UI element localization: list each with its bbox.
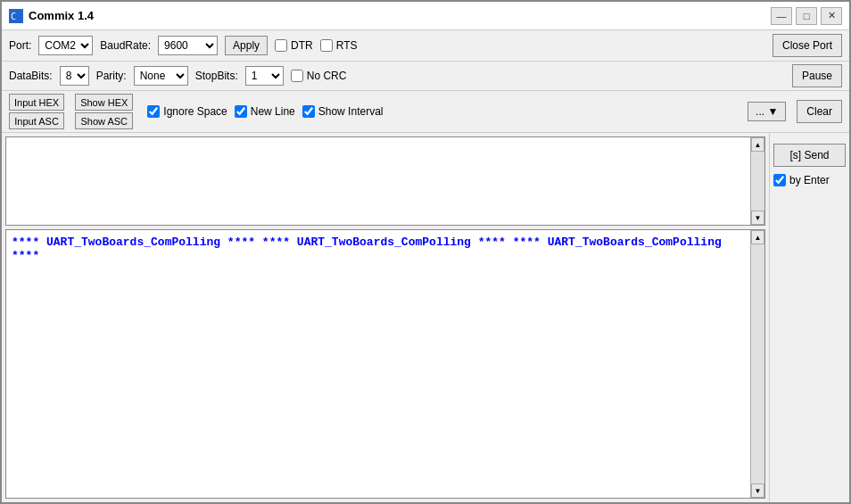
by-enter-label: by Enter: [789, 174, 830, 186]
input-area-container: ▲ ▼: [5, 136, 765, 226]
show-interval-group: Show Interval: [302, 105, 384, 118]
stopbits-label: StopBits:: [195, 70, 238, 82]
pause-button[interactable]: Pause: [792, 64, 842, 87]
baudrate-select[interactable]: 9600 1200 2400 4800 19200 38400 57600 11…: [158, 36, 218, 55]
input-hex-button[interactable]: Input HEX: [9, 94, 64, 111]
config-row-2: DataBits: 8 5 6 7 Parity: None Odd Even …: [2, 62, 849, 91]
input-asc-button[interactable]: Input ASC: [9, 112, 64, 129]
close-button[interactable]: ✕: [821, 7, 842, 25]
minimize-button[interactable]: —: [771, 7, 792, 25]
app-icon: C: [9, 9, 23, 23]
more-options-button[interactable]: ... ▼: [748, 102, 786, 121]
rts-label: RTS: [336, 39, 358, 52]
new-line-group: New Line: [235, 105, 295, 118]
dtr-checkbox[interactable]: [275, 39, 287, 52]
send-button[interactable]: [s] Send: [773, 144, 846, 167]
close-port-button[interactable]: Close Port: [773, 34, 842, 57]
output-area-container: **** UART_TwoBoards_ComPolling **** ****…: [5, 229, 765, 499]
show-interval-label: Show Interval: [318, 105, 384, 118]
output-scrollbar: ▲ ▼: [750, 230, 764, 498]
input-mode-buttons: Input HEX Input ASC: [9, 94, 64, 129]
window-title: Commix 1.4: [29, 9, 771, 22]
databits-label: DataBits:: [9, 70, 53, 82]
nocrc-label: No CRC: [307, 70, 347, 82]
stopbits-select[interactable]: 1 1.5 2: [245, 66, 284, 86]
output-scroll-up[interactable]: ▲: [751, 230, 764, 244]
window-controls: — □ ✕: [771, 7, 842, 25]
new-line-label: New Line: [251, 105, 295, 118]
new-line-checkbox[interactable]: [235, 105, 247, 118]
output-text: **** UART_TwoBoards_ComPolling **** ****…: [6, 230, 750, 498]
rts-checkbox[interactable]: [320, 39, 333, 52]
output-scroll-track: [751, 244, 764, 483]
maximize-button[interactable]: □: [796, 7, 817, 25]
input-textarea[interactable]: [6, 137, 750, 225]
clear-button[interactable]: Clear: [797, 100, 842, 123]
baudrate-label: BaudRate:: [100, 39, 151, 52]
main-content: ▲ ▼ **** UART_TwoBoards_ComPolling **** …: [2, 133, 849, 502]
apply-button[interactable]: Apply: [225, 36, 268, 55]
show-asc-button[interactable]: Show ASC: [75, 112, 133, 129]
ignore-space-checkbox[interactable]: [147, 105, 160, 118]
content-area: ▲ ▼ **** UART_TwoBoards_ComPolling **** …: [2, 133, 769, 502]
by-enter-checkbox[interactable]: [773, 174, 786, 186]
dtr-group: DTR: [275, 39, 313, 52]
parity-label: Parity:: [96, 70, 127, 82]
ignore-space-group: Ignore Space: [147, 105, 227, 118]
databits-select[interactable]: 8 5 6 7: [60, 66, 89, 86]
show-interval-checkbox[interactable]: [302, 105, 315, 118]
nocrc-group: No CRC: [291, 70, 347, 82]
port-label: Port:: [9, 39, 31, 52]
ignore-space-label: Ignore Space: [163, 105, 227, 118]
show-mode-buttons: Show HEX Show ASC: [75, 94, 133, 129]
port-select[interactable]: COM2 COM1 COM3 COM4: [38, 36, 93, 55]
input-scrollbar: ▲ ▼: [750, 137, 764, 225]
svg-text:C: C: [11, 12, 16, 21]
nocrc-checkbox[interactable]: [291, 70, 303, 82]
config-row-1: Port: COM2 COM1 COM3 COM4 BaudRate: 9600…: [2, 30, 849, 62]
main-window: C Commix 1.4 — □ ✕ Port: COM2 COM1 COM3 …: [0, 0, 851, 504]
by-enter-group: by Enter: [773, 174, 846, 186]
dtr-label: DTR: [291, 39, 313, 52]
config-row-3: Input HEX Input ASC Show HEX Show ASC Ig…: [2, 91, 849, 133]
side-panel: [s] Send by Enter: [769, 133, 849, 502]
scroll-up-arrow[interactable]: ▲: [751, 137, 764, 152]
scroll-down-arrow[interactable]: ▼: [751, 211, 764, 225]
rts-group: RTS: [320, 39, 358, 52]
scroll-track-input: [751, 152, 764, 211]
output-scroll-down[interactable]: ▼: [751, 483, 764, 498]
title-bar: C Commix 1.4 — □ ✕: [2, 2, 849, 30]
parity-select[interactable]: None Odd Even Mark Space: [134, 66, 188, 86]
show-hex-button[interactable]: Show HEX: [75, 94, 133, 111]
